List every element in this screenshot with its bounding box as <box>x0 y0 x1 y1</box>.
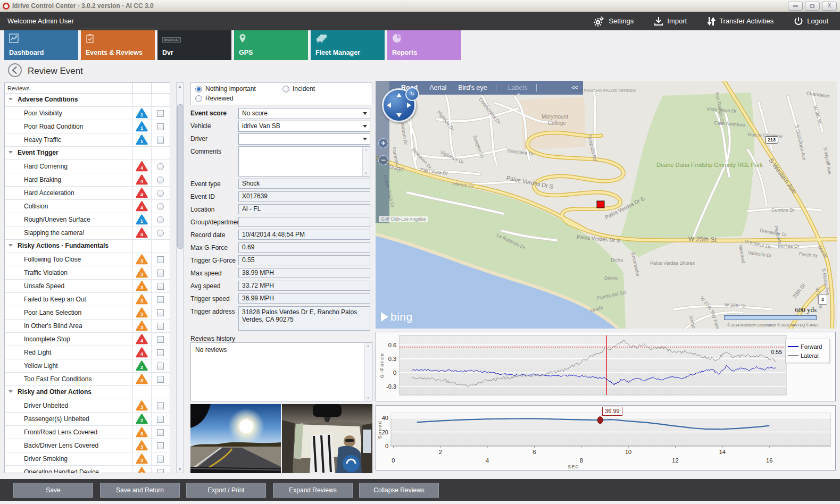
radio-button-icon[interactable] <box>282 86 289 93</box>
tab-fleet-manager[interactable]: Fleet Manager <box>311 30 385 60</box>
expand-reviews-button[interactable]: Expand Reviews <box>273 483 353 498</box>
map-rotate-control[interactable]: ↻ <box>405 87 419 101</box>
review-item-row[interactable]: Yellow Light2 <box>5 359 170 373</box>
reviews-history-box[interactable]: No reviews <box>190 342 372 401</box>
item-checkbox[interactable] <box>157 110 164 117</box>
scroll-up-icon[interactable]: ▲ <box>177 83 183 90</box>
collapse-reviews-button[interactable]: Collapse Reviews <box>359 483 439 498</box>
bing-map[interactable]: EAST RANCHO PALOS VERDESMarymountCollege… <box>376 81 837 329</box>
tab-dvr[interactable]: MERGEDvr <box>157 30 231 60</box>
zoom-in-icon[interactable]: + <box>378 138 388 148</box>
pan-down-icon[interactable] <box>396 113 402 117</box>
item-checkbox[interactable] <box>157 123 164 130</box>
review-item-row[interactable]: Front/Road Lens Covered3 <box>5 426 170 439</box>
logout-button[interactable]: Logout <box>794 16 828 26</box>
review-item-row[interactable]: Poor Lane Selection3 <box>5 306 170 320</box>
tab-dashboard[interactable]: Dashboard <box>4 30 78 60</box>
zoom-out-icon[interactable]: − <box>378 155 388 165</box>
map-corner-control[interactable]: 2 <box>818 295 827 305</box>
item-radio[interactable] <box>157 177 164 183</box>
category-row[interactable]: Adverse Conditions <box>5 94 170 107</box>
chevron-down-icon[interactable] <box>363 112 367 115</box>
pan-right-icon[interactable] <box>407 103 411 108</box>
review-item-row[interactable]: In Other's Blind Area3 <box>5 320 170 333</box>
map-mode-bird-s-eye[interactable]: Bird's eye <box>458 84 487 91</box>
review-item-row[interactable]: Too Fast For Conditions3 <box>5 373 170 386</box>
reviews-scrollbar[interactable]: ▲ ▼ <box>176 82 184 473</box>
minimize-button[interactable] <box>788 2 803 11</box>
save-and-return-button[interactable]: Save and Return <box>100 483 180 498</box>
item-radio[interactable] <box>157 163 164 170</box>
settings-button[interactable]: Settings <box>593 16 634 27</box>
export-print-button[interactable]: Export / Print <box>186 483 266 498</box>
reviews-tree[interactable]: ReviewsAdverse ConditionsPoor Visibility… <box>4 82 170 473</box>
review-item-row[interactable]: Passenger(s) Unbelted2 <box>5 413 170 426</box>
review-item-row[interactable]: Driver Smoking3 <box>5 452 170 466</box>
item-checkbox[interactable] <box>157 349 164 356</box>
item-checkbox[interactable] <box>157 270 164 276</box>
item-checkbox[interactable] <box>157 429 164 436</box>
category-row[interactable]: Risky Actions - Fundamentals <box>5 240 170 253</box>
review-item-row[interactable]: Rough/Uneven Surface1 <box>5 213 170 226</box>
status-option[interactable]: Reviewed <box>195 95 234 102</box>
transfer-button[interactable]: Transfer Activities <box>707 16 774 26</box>
item-checkbox[interactable] <box>157 376 164 383</box>
item-checkbox[interactable] <box>157 442 164 449</box>
category-row[interactable]: Risky and Other Actions <box>5 386 170 399</box>
tab-gps[interactable]: GPS <box>234 30 308 60</box>
review-item-row[interactable]: Hard Cornering4 <box>5 160 170 173</box>
review-item-row[interactable]: Failed to Keep an Out3 <box>5 293 170 306</box>
item-radio[interactable] <box>157 216 164 223</box>
field-select[interactable] <box>238 133 370 145</box>
review-item-row[interactable]: Hard Acceleration4 <box>5 187 170 200</box>
review-item-row[interactable]: Collision4 <box>5 200 170 213</box>
comments-textarea[interactable] <box>238 146 370 177</box>
item-checkbox[interactable] <box>157 416 164 423</box>
review-item-row[interactable]: Unsafe Speed3 <box>5 280 170 293</box>
status-option[interactable]: Incident <box>282 85 315 93</box>
pan-left-icon[interactable] <box>387 103 391 108</box>
review-item-row[interactable]: Operating Handled Device3 <box>5 466 170 473</box>
review-item-row[interactable]: Hard Braking4 <box>5 173 170 187</box>
category-row[interactable]: Event Trigger <box>5 147 170 160</box>
maximize-button[interactable] <box>805 2 820 11</box>
review-item-row[interactable]: Red Light4 <box>5 346 170 359</box>
map-mode-labels[interactable]: Labels <box>508 84 528 91</box>
tab-reports[interactable]: Reports <box>387 30 461 60</box>
history-scrollbar[interactable] <box>364 343 372 401</box>
tab-events-reviews[interactable]: Events & Reviews <box>81 30 155 60</box>
review-item-row[interactable]: Traffic Violation3 <box>5 266 170 280</box>
chevron-down-icon[interactable] <box>363 125 367 128</box>
item-radio[interactable] <box>157 230 164 237</box>
field-select[interactable]: idrive Van SB <box>238 121 370 132</box>
status-option[interactable]: Nothing important <box>195 85 256 93</box>
map-mode-aerial[interactable]: Aerial <box>429 84 446 91</box>
field-select[interactable]: No score <box>238 108 370 119</box>
review-item-row[interactable]: Back/Driver Lens Covered3 <box>5 439 170 452</box>
item-checkbox[interactable] <box>157 296 164 303</box>
close-button[interactable]: X <box>822 2 837 11</box>
pan-up-icon[interactable] <box>396 93 402 97</box>
item-checkbox[interactable] <box>157 363 164 369</box>
item-checkbox[interactable] <box>157 402 164 409</box>
back-button[interactable] <box>7 63 22 80</box>
item-checkbox[interactable] <box>157 336 164 343</box>
review-item-row[interactable]: Heavy Traffic1 <box>5 133 170 147</box>
review-item-row[interactable]: Poor Visibility1 <box>5 107 170 120</box>
radio-button-icon[interactable] <box>195 86 202 93</box>
review-item-row[interactable]: Following Too Close3 <box>5 253 170 266</box>
chevron-down-icon[interactable] <box>363 138 367 140</box>
review-item-row[interactable]: Incomplete Stop4 <box>5 333 170 346</box>
item-checkbox[interactable] <box>157 456 164 463</box>
item-checkbox[interactable] <box>157 137 164 144</box>
import-button[interactable]: Import <box>654 16 687 26</box>
item-checkbox[interactable] <box>157 309 164 316</box>
map-collapse-button[interactable]: << <box>571 84 578 91</box>
item-radio[interactable] <box>157 203 164 210</box>
scroll-down-icon[interactable]: ▼ <box>177 466 183 473</box>
item-checkbox[interactable] <box>157 283 164 290</box>
item-checkbox[interactable] <box>157 323 164 330</box>
review-item-row[interactable]: Poor Road Condition1 <box>5 120 170 133</box>
item-checkbox[interactable] <box>157 256 164 263</box>
scrollbar-thumb[interactable] <box>177 104 184 249</box>
